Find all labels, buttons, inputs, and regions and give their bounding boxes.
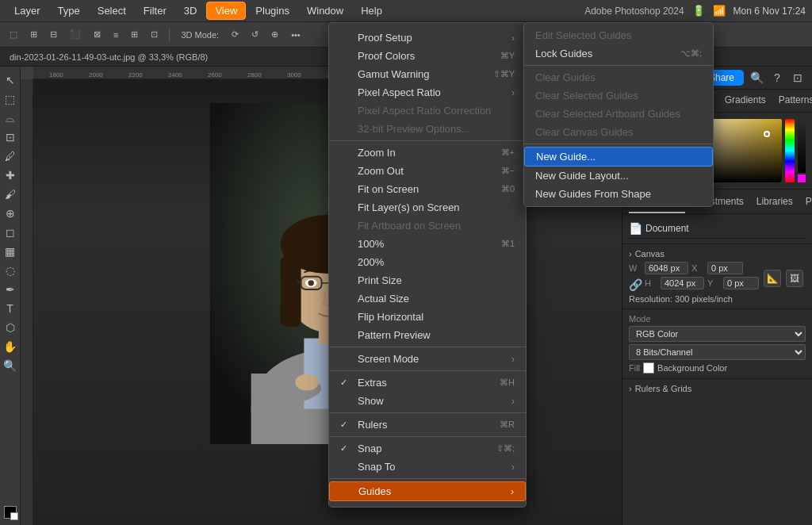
mode-select[interactable]: RGB Color <box>629 326 806 342</box>
menu-rulers[interactable]: ✓ Rulers ⌘R <box>329 416 526 434</box>
panel-options-icon[interactable]: ⊡ <box>790 70 806 86</box>
fill-row: Fill Background Color <box>629 362 806 374</box>
tool-move[interactable]: ↖ <box>2 71 19 89</box>
menu-snap-to[interactable]: Snap To › <box>329 458 526 476</box>
height-input[interactable] <box>661 277 704 289</box>
menu-select[interactable]: Select <box>90 2 134 19</box>
menu-view[interactable]: View <box>206 2 246 20</box>
tool-crop[interactable]: ⊡ <box>2 128 19 146</box>
menu-extras[interactable]: ✓ Extras ⌘H <box>329 374 526 392</box>
bits-select[interactable]: 8 Bits/Channel <box>629 344 806 360</box>
label-fit-screen: Fit on Screen <box>358 183 496 195</box>
canvas-chevron: › <box>629 249 632 259</box>
canvas-icon-2[interactable]: 🖼 <box>786 270 803 287</box>
menu-fit-screen[interactable]: Fit on Screen ⌘0 <box>329 180 526 198</box>
menu-print-size[interactable]: Print Size <box>329 271 526 289</box>
menu-items: Layer Type Select Filter 3D View Plugins… <box>6 2 584 20</box>
menu-actual-size[interactable]: Actual Size <box>329 289 526 308</box>
alpha-bar[interactable] <box>798 119 806 173</box>
canvas-icon-1[interactable]: 📐 <box>764 270 781 287</box>
menu-gamut-warning[interactable]: Gamut Warning ⇧⌘Y <box>329 65 526 83</box>
clock: Mon 6 Nov 17:24 <box>733 6 806 17</box>
label-100pct: 100% <box>358 238 496 250</box>
tool-eraser[interactable]: ◻ <box>2 224 19 241</box>
toolbar-3d-btn-3[interactable]: ⊕ <box>266 28 283 41</box>
search-icon[interactable]: 🔍 <box>749 70 764 86</box>
tool-pen[interactable]: ✒ <box>2 281 19 298</box>
tool-select[interactable]: ⬚ <box>2 90 19 108</box>
menu-proof-setup[interactable]: Proof Setup › <box>329 29 526 47</box>
toolbar-btn-4[interactable]: ⬛ <box>65 28 86 41</box>
menu-new-guide[interactable]: New Guide... <box>524 147 713 167</box>
toolbar-more[interactable]: ••• <box>286 29 305 41</box>
menu-window[interactable]: Window <box>299 2 351 19</box>
menu-help[interactable]: Help <box>353 2 390 19</box>
shortcut-rulers: ⌘R <box>500 420 515 430</box>
arrow-screen: › <box>511 354 515 365</box>
menu-screen-mode[interactable]: Screen Mode › <box>329 350 526 368</box>
tool-clone[interactable]: ⊕ <box>2 205 19 222</box>
menu-100pct[interactable]: 100% ⌘1 <box>329 235 526 253</box>
tool-dodge[interactable]: ◌ <box>2 262 19 279</box>
fill-value: Background Color <box>657 363 727 373</box>
menu-guides[interactable]: Guides › <box>329 481 526 501</box>
menu-type[interactable]: Type <box>50 2 88 19</box>
toolbar-btn-5[interactable]: ⊠ <box>89 28 105 41</box>
toolbar-3d-btn-1[interactable]: ⟳ <box>227 28 243 41</box>
menu-pixel-aspect[interactable]: Pixel Aspect Ratio › <box>329 83 526 102</box>
toolbar-btn-7[interactable]: ⊞ <box>126 28 143 41</box>
tab-paragraph[interactable]: Paragraph <box>799 191 812 213</box>
tool-path[interactable]: ⬡ <box>2 319 19 336</box>
width-input[interactable] <box>645 262 688 274</box>
label-proof-setup: Proof Setup <box>358 32 507 44</box>
shortcut-proof-colors: ⌘Y <box>500 51 515 61</box>
toolbar-btn-8[interactable]: ⊡ <box>146 28 163 41</box>
mode-label-row: Mode <box>629 314 806 324</box>
toolbar-btn-1[interactable]: ⬚ <box>5 28 22 41</box>
menu-plugins[interactable]: Plugins <box>247 2 297 19</box>
menu-lock-guides[interactable]: Lock Guides ⌥⌘; <box>524 44 713 63</box>
toolbar-btn-6[interactable]: ≡ <box>109 29 123 41</box>
menu-show[interactable]: Show › <box>329 392 526 410</box>
tool-heal[interactable]: ✚ <box>2 167 19 184</box>
menu-fit-layers[interactable]: Fit Layer(s) on Screen <box>329 198 526 217</box>
menu-pattern[interactable]: Pattern Preview <box>329 326 526 344</box>
y-input[interactable] <box>723 277 759 289</box>
help-icon[interactable]: ? <box>769 70 785 86</box>
menu-zoom-in[interactable]: Zoom In ⌘+ <box>329 144 526 162</box>
toolbar-btn-3[interactable]: ⊟ <box>45 28 62 41</box>
toolbar-3d-btn-2[interactable]: ↺ <box>247 28 263 41</box>
menu-proof-colors[interactable]: Proof Colors ⌘Y <box>329 47 526 65</box>
tab-gradients[interactable]: Gradients <box>718 90 772 112</box>
menu-flip-h[interactable]: Flip Horizontal <box>329 308 526 326</box>
menu-filter[interactable]: Filter <box>136 2 174 19</box>
tab-patterns[interactable]: Patterns <box>772 90 812 112</box>
toolbar-btn-2[interactable]: ⊞ <box>25 28 42 41</box>
label-clear-sel-guides: Clear Selected Guides <box>535 90 702 102</box>
menu-new-guide-layout[interactable]: New Guide Layout... <box>524 167 713 185</box>
menu-fit-artboard: Fit Artboard on Screen <box>329 217 526 235</box>
tab-libraries[interactable]: Libraries <box>750 191 799 213</box>
shortcut-fit: ⌘0 <box>501 184 515 194</box>
tool-zoom[interactable]: 🔍 <box>2 357 19 374</box>
menu-new-guides-shape[interactable]: New Guides From Shape <box>524 185 713 203</box>
menu-zoom-out[interactable]: Zoom Out ⌘− <box>329 162 526 180</box>
tool-lasso[interactable]: ⌓ <box>2 109 19 127</box>
tool-hand[interactable]: ✋ <box>2 338 19 355</box>
menu-layer[interactable]: Layer <box>6 2 48 19</box>
menu-snap[interactable]: ✓ Snap ⇧⌘; <box>329 439 526 458</box>
tool-eyedropper[interactable]: 🖊 <box>2 148 19 165</box>
color-hue-bar[interactable] <box>785 119 795 182</box>
arrow-proof-setup: › <box>511 33 515 44</box>
wifi-icon: 📶 <box>713 5 726 17</box>
label-print-size: Print Size <box>358 274 515 286</box>
svg-point-22 <box>295 374 319 391</box>
menu-3d[interactable]: 3D <box>176 2 205 19</box>
tool-gradient[interactable]: ▦ <box>2 243 19 260</box>
tool-text[interactable]: T <box>2 300 19 317</box>
menu-200pct[interactable]: 200% <box>329 253 526 271</box>
tool-brush[interactable]: 🖌 <box>2 186 19 203</box>
x-input[interactable] <box>707 262 743 274</box>
label-flip-h: Flip Horizontal <box>358 311 515 323</box>
menu-clear-canvas-guides: Clear Canvas Guides <box>524 123 713 141</box>
